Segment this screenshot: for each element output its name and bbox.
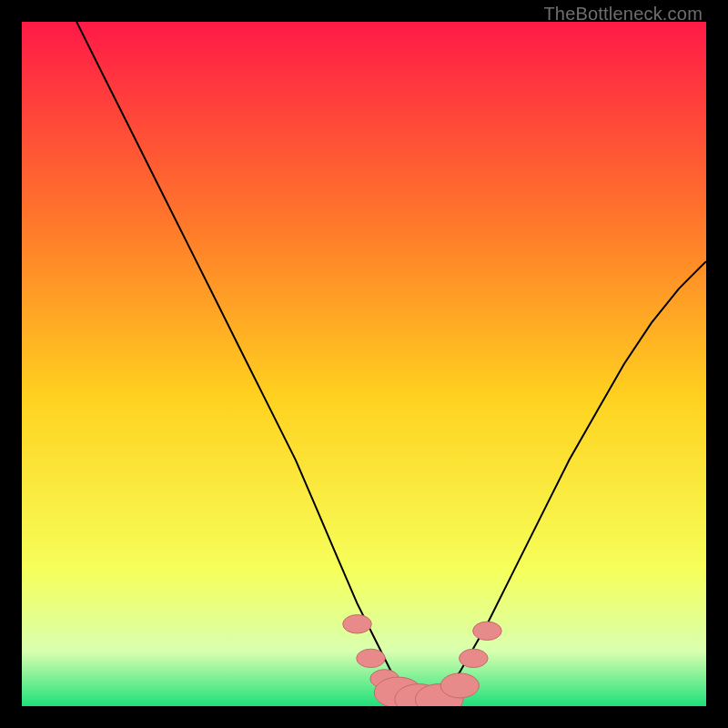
- curve-marker: [440, 673, 479, 698]
- gradient-background: [22, 22, 706, 706]
- curve-marker: [473, 622, 502, 640]
- chart-frame: [22, 22, 706, 706]
- curve-marker: [343, 615, 372, 633]
- curve-marker: [357, 649, 386, 667]
- curve-marker: [460, 649, 489, 667]
- bottleneck-chart: [22, 22, 706, 706]
